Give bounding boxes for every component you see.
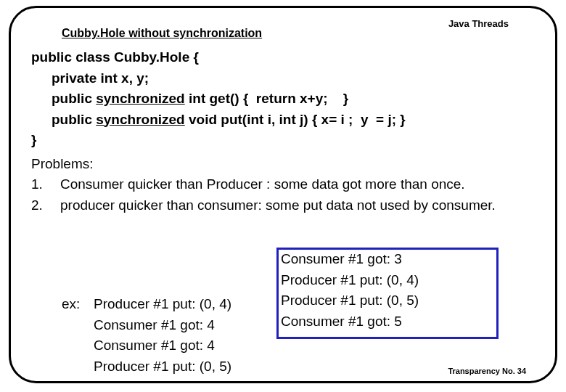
code-line-1: public class Cubby.Hole { [31,47,541,68]
example-line: Producer #1 put: (0, 5) [281,290,491,311]
example-line: Producer #1 put: (0, 4) [281,270,491,291]
problem-text: Consumer quicker than Producer : some da… [60,174,541,195]
problems-section: Problems: 1. Consumer quicker than Produ… [31,154,541,216]
example-line: Consumer #1 got: 5 [281,311,491,332]
code-text: void put(int i, int j) { x= i ; y = j; } [185,112,406,127]
slide-subtitle: Cubby.Hole without synchronization [62,27,262,40]
problem-number: 2. [31,195,60,216]
problem-item: 1. Consumer quicker than Producer : some… [31,174,541,195]
code-line-4: public synchronized void put(int i, int … [31,110,541,131]
header-topic: Java Threads [448,18,509,29]
example-line: Consumer #1 got: 4 [94,315,215,336]
example-label: ex: [62,294,94,315]
problems-heading: Problems: [31,154,541,175]
code-line-5: } [31,130,541,151]
code-line-3: public synchronized int get() { return x… [31,89,541,110]
slide-frame: Java Threads Cubby.Hole without synchron… [9,6,557,383]
keyword-synchronized: synchronized [96,112,184,127]
problem-text: producer quicker than consumer: some put… [60,195,541,216]
problem-number: 1. [31,174,60,195]
keyword-synchronized: synchronized [96,91,184,106]
code-text: public [52,112,96,127]
slide-content: public class Cubby.Hole { private int x,… [31,47,541,216]
code-text: int get() { return x+y; } [185,91,348,106]
example-left-column: ex: Producer #1 put: (0, 4) Consumer #1 … [62,294,231,377]
example-line: Producer #1 put: (0, 5) [94,356,231,377]
problem-item: 2. producer quicker than consumer: some … [31,195,541,216]
code-line-2: private int x, y; [31,68,541,89]
example-line: Consumer #1 got: 4 [94,335,215,356]
example-line: Producer #1 put: (0, 4) [94,294,231,315]
footer-transparency: Transparency No. 34 [448,367,526,375]
example-right-column: Consumer #1 got: 3 Producer #1 put: (0, … [281,249,491,332]
code-text: public [52,91,96,106]
example-line: Consumer #1 got: 3 [281,249,491,270]
